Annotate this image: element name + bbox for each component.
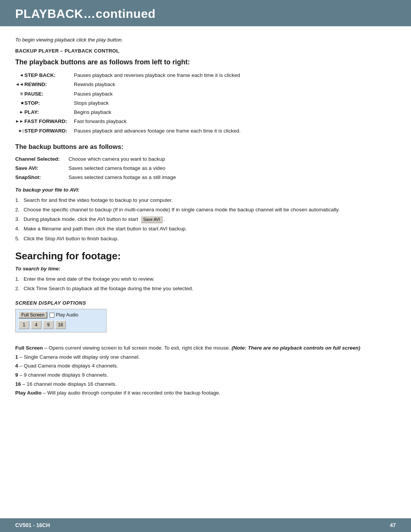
search-by-time-heading: To search by time: <box>15 266 396 272</box>
searching-heading: Searching for footage: <box>15 250 396 262</box>
play-audio-checkbox-wrapper: Play Audio <box>49 312 78 318</box>
step-back-label: STEP BACK: <box>24 72 74 79</box>
playback-heading: The playback buttons are as follows from… <box>15 58 396 66</box>
screen-display-widget: Full Screen Play Audio 1 4 9 16 <box>15 309 107 332</box>
play-audio-label: Play Audio <box>56 312 78 318</box>
stop-icon: ■ <box>15 99 24 106</box>
step-forward-icon: ►| <box>15 127 24 134</box>
backup-row: SnapShot: Saves selected camera footage … <box>15 174 396 181</box>
page-header: PLAYBACK…continued <box>0 0 411 26</box>
step-back-desc: Pauses playback and reverses playback on… <box>74 72 396 79</box>
stop-label: STOP: <box>24 99 74 107</box>
channel-9-button[interactable]: 9 <box>43 321 54 329</box>
bottom-descriptions: Full Screen – Opens current viewing scre… <box>15 344 396 397</box>
widget-top-row: Full Screen Play Audio <box>19 312 103 318</box>
fast-forward-label: FAST FORWARD: <box>24 118 74 125</box>
channel-4-button[interactable]: 4 <box>31 321 41 329</box>
stop-desc: Stops playback <box>74 99 396 107</box>
rewind-desc: Rewinds playback <box>74 81 396 88</box>
channel-1-desc: 1 – Single Camera mode will display only… <box>15 353 396 361</box>
step-back-icon: ◄ <box>15 72 24 78</box>
channel-4-desc: 4 – Quad Camera mode displays 4 channels… <box>15 362 396 370</box>
list-item: 1. Search for and find the video footage… <box>15 197 396 204</box>
snapshot-label: SnapShot: <box>15 174 68 181</box>
backup-player-label: BACKUP PLAYER – PLAYBACK CONTROL <box>15 48 396 54</box>
pause-desc: Pauses playback <box>74 90 396 98</box>
page-content: To begin viewing playback click the play… <box>0 26 411 518</box>
channel-1-button[interactable]: 1 <box>19 321 29 329</box>
list-item: ◄◄ REWIND: Rewinds playback <box>15 81 396 88</box>
step-forward-desc: Pauses playback and advances footage one… <box>74 127 396 135</box>
backup-row: Save AVI: Saves selected camera footage … <box>15 165 396 172</box>
list-item: 3. During playback mode, click the AVI b… <box>15 216 396 223</box>
save-avi-label: Save AVI: <box>15 165 68 172</box>
play-desc: Begins playback <box>74 109 396 116</box>
snapshot-desc: Saves selected camera footage as a still… <box>68 174 396 181</box>
backup-heading: The backup buttons are as follows: <box>15 143 396 151</box>
screen-display-label: SCREEN DISPLAY OPTIONS <box>15 300 396 306</box>
fast-forward-desc: Fast forwards playback <box>74 118 396 125</box>
intro-text: To begin viewing playback click the play… <box>15 37 396 43</box>
play-audio-desc: Play Audio – Will play audio through com… <box>15 389 396 397</box>
step-forward-label: STEP FORWARD: <box>24 127 74 135</box>
channel-selected-label: Channel Selected: <box>15 155 68 163</box>
list-item: ■ STOP: Stops playback <box>15 99 396 107</box>
list-item: 5. Click the Stop AVI button to finish b… <box>15 235 396 243</box>
rewind-label: REWIND: <box>24 81 74 88</box>
channel-16-button[interactable]: 16 <box>55 321 66 329</box>
footer-model: CV501 - 16CH <box>15 522 50 528</box>
playback-buttons-list: ◄ STEP BACK: Pauses playback and reverse… <box>15 72 396 135</box>
play-label: PLAY: <box>24 109 74 116</box>
page-title: PLAYBACK…continued <box>15 7 396 21</box>
list-item: ► PLAY: Begins playback <box>15 109 396 116</box>
avi-steps-list: 1. Search for and find the video footage… <box>15 197 396 243</box>
fast-forward-icon: ►► <box>15 118 24 125</box>
fullscreen-button[interactable]: Full Screen <box>19 312 47 318</box>
list-item: 2. Choose the specific channel to backup… <box>15 206 396 214</box>
channel-16-desc: 16 – 16 channel mode displays 16 channel… <box>15 380 396 388</box>
list-item: ◄ STEP BACK: Pauses playback and reverse… <box>15 72 396 79</box>
list-item: ►| STEP FORWARD: Pauses playback and adv… <box>15 127 396 135</box>
footer-page: 47 <box>390 522 396 528</box>
play-audio-checkbox[interactable] <box>49 313 54 318</box>
pause-label: PAUSE: <box>24 90 74 98</box>
rewind-icon: ◄◄ <box>15 81 24 88</box>
list-item: 1. Enter the time and date of the footag… <box>15 275 396 283</box>
channel-9-desc: 9 – 9 channel mode displays 9 channels. <box>15 371 396 379</box>
list-item: 4. Make a filename and path then click t… <box>15 225 396 233</box>
list-item: 2. Click Time Search to playback all the… <box>15 285 396 292</box>
backup-row: Channel Selected: Choose which camera yo… <box>15 155 396 163</box>
play-icon: ► <box>15 109 24 115</box>
search-steps-list: 1. Enter the time and date of the footag… <box>15 275 396 293</box>
list-item: ⏸ PAUSE: Pauses playback <box>15 90 396 98</box>
pause-icon: ⏸ <box>15 90 24 97</box>
page-footer: CV501 - 16CH 47 <box>0 518 411 532</box>
channel-selected-desc: Choose which camera you want to backup <box>68 155 396 163</box>
full-screen-desc: Full Screen – Opens current viewing scre… <box>15 344 396 352</box>
widget-bottom-row: 1 4 9 16 <box>19 321 103 329</box>
avi-heading: To backup your file to AVI: <box>15 187 396 193</box>
backup-table: Channel Selected: Choose which camera yo… <box>15 155 396 182</box>
save-avi-desc: Saves selected camera footage as a video <box>68 165 396 172</box>
save-avi-inline-button[interactable]: Save AVI <box>141 216 162 223</box>
list-item: ►► FAST FORWARD: Fast forwards playback <box>15 118 396 125</box>
